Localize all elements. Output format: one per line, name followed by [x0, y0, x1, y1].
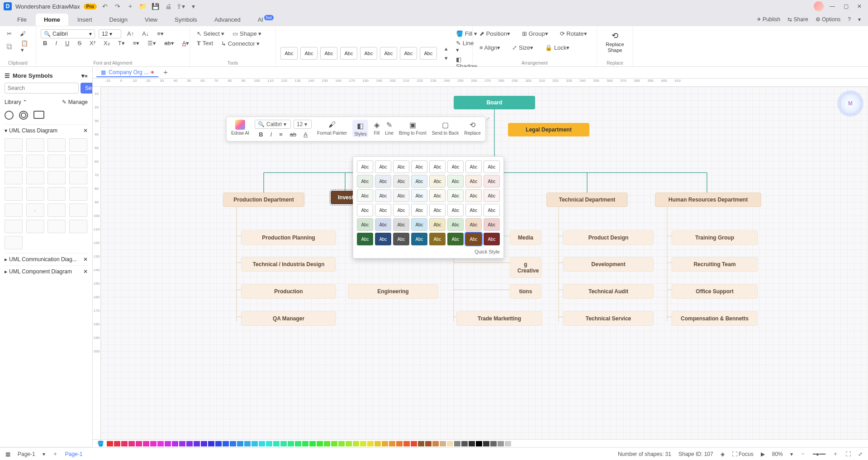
minimize-button[interactable]: —: [827, 3, 837, 9]
position-button[interactable]: ⬈ Position▾: [477, 29, 512, 38]
style-swatch[interactable]: Abc: [400, 47, 417, 60]
quick-style-cell[interactable]: Abc: [411, 204, 427, 216]
lock-button[interactable]: 🔒 Lock▾: [543, 43, 572, 52]
org-node[interactable]: g Creative: [510, 257, 541, 278]
replace-shape-button[interactable]: ⟲ Replace Shape: [602, 29, 628, 55]
quick-style-cell[interactable]: Abc: [375, 204, 391, 216]
color-swatch[interactable]: [208, 441, 214, 446]
color-swatch[interactable]: [186, 441, 193, 446]
color-swatch[interactable]: [461, 441, 468, 446]
color-swatch[interactable]: [512, 441, 518, 446]
open-icon[interactable]: 📁: [138, 2, 147, 11]
quick-style-cell[interactable]: Abc: [429, 233, 446, 245]
group-button[interactable]: ⊞ Group▾: [520, 29, 550, 38]
org-node[interactable]: QA Manager: [241, 311, 336, 326]
quick-style-cell[interactable]: Abc: [447, 175, 464, 188]
share-button[interactable]: ⇆ Share: [787, 16, 808, 23]
quick-style-cell[interactable]: Abc: [375, 175, 391, 188]
float-align-icon[interactable]: ≡: [277, 130, 285, 139]
float-fill-button[interactable]: ◈Fill: [374, 120, 379, 136]
color-swatch[interactable]: [317, 441, 323, 446]
text-tool[interactable]: 𝐓 Text: [194, 38, 215, 48]
quick-style-cell[interactable]: Abc: [429, 189, 446, 202]
symbol-thumb[interactable]: [69, 138, 87, 152]
color-swatch[interactable]: [230, 441, 236, 446]
circle-shape-icon[interactable]: [5, 111, 14, 120]
org-node[interactable]: Training Group: [672, 230, 758, 245]
org-node[interactable]: Technical Service: [563, 311, 654, 326]
color-swatch[interactable]: [396, 441, 403, 446]
color-swatch[interactable]: [280, 441, 287, 446]
float-line-button[interactable]: ✎Line: [385, 120, 394, 136]
quick-style-cell[interactable]: Abc: [484, 233, 500, 245]
style-swatch[interactable]: Abc: [380, 47, 397, 60]
color-swatch[interactable]: [469, 441, 475, 446]
section-uml-comp[interactable]: ▸ UML Component Diagram ✕: [5, 265, 88, 277]
quick-style-cell[interactable]: Abc: [447, 160, 464, 173]
color-swatch[interactable]: [143, 441, 149, 446]
color-swatch[interactable]: [165, 441, 171, 446]
float-font-select[interactable]: 🔍 Calibri ▾: [255, 120, 291, 129]
quick-style-cell[interactable]: Abc: [393, 218, 409, 231]
tab-advanced[interactable]: Advanced: [206, 14, 249, 26]
rect-shape-icon[interactable]: [33, 111, 44, 119]
quick-style-cell[interactable]: Abc: [393, 175, 409, 188]
float-italic-icon[interactable]: I: [268, 130, 275, 139]
rotate-button[interactable]: ⟳ Rotate▾: [558, 29, 589, 38]
color-swatch[interactable]: [440, 441, 446, 446]
style-swatch[interactable]: Abc: [360, 47, 377, 60]
color-swatch[interactable]: [107, 441, 113, 446]
shape-tool[interactable]: ▭ Shape ▾: [230, 29, 264, 38]
publish-button[interactable]: ✈ Publish: [757, 16, 781, 23]
symbol-thumb[interactable]: [69, 203, 87, 217]
symbol-search-input[interactable]: [5, 83, 79, 94]
quick-style-cell[interactable]: Abc: [357, 160, 373, 173]
more-icon[interactable]: ▾: [189, 2, 198, 11]
style-swatch[interactable]: Abc: [420, 47, 437, 60]
symbol-thumb[interactable]: [5, 187, 23, 201]
color-swatch[interactable]: [150, 441, 157, 446]
tab-home[interactable]: Home: [36, 14, 68, 26]
increase-font-icon[interactable]: A↑: [125, 29, 136, 38]
quick-style-cell[interactable]: Abc: [357, 218, 373, 231]
color-swatch[interactable]: [201, 441, 207, 446]
color-swatch[interactable]: [266, 441, 272, 446]
library-link[interactable]: Library ⌃: [5, 99, 27, 105]
color-swatch[interactable]: [505, 441, 511, 446]
float-size-select[interactable]: 12 ▾: [294, 120, 312, 129]
align-button[interactable]: ≡ Align▾: [477, 43, 503, 52]
hamburger-icon[interactable]: ☰: [5, 72, 10, 79]
save-icon[interactable]: 💾: [151, 2, 160, 11]
avatar[interactable]: [814, 1, 824, 11]
color-swatch[interactable]: [389, 441, 395, 446]
symbol-thumb[interactable]: [26, 138, 44, 152]
float-styles-button[interactable]: ◧Styles: [352, 120, 368, 137]
symbol-thumb[interactable]: [5, 236, 23, 249]
symbol-thumb[interactable]: [5, 155, 23, 168]
quick-style-cell[interactable]: Abc: [429, 160, 446, 173]
italic-icon[interactable]: I: [53, 38, 59, 48]
format-brush-icon[interactable]: 🖌: [18, 29, 28, 38]
bring-front-button[interactable]: ▣Bring to Front: [399, 120, 427, 136]
symbol-thumb[interactable]: [5, 203, 23, 217]
color-swatch[interactable]: [172, 441, 178, 446]
symbol-thumb[interactable]: ◇: [26, 203, 44, 217]
color-swatch[interactable]: [338, 441, 345, 446]
quick-style-cell[interactable]: Abc: [375, 189, 391, 202]
color-swatch[interactable]: [309, 441, 316, 446]
tab-insert[interactable]: Insert: [69, 14, 100, 26]
tab-view[interactable]: View: [137, 14, 166, 26]
quick-style-cell[interactable]: Abc: [393, 204, 409, 216]
quick-style-cell[interactable]: Abc: [393, 189, 409, 202]
color-swatch[interactable]: [360, 441, 366, 446]
close-button[interactable]: ✕: [854, 3, 864, 9]
color-swatch[interactable]: [346, 441, 352, 446]
style-swatch[interactable]: Abc: [280, 47, 298, 60]
tab-file[interactable]: File: [9, 14, 35, 26]
cut-icon[interactable]: ✂: [5, 29, 14, 38]
quick-style-cell[interactable]: Abc: [411, 218, 427, 231]
org-node[interactable]: Media: [510, 230, 541, 245]
color-swatch[interactable]: [259, 441, 265, 446]
style-swatch[interactable]: Abc: [320, 47, 337, 60]
quick-style-cell[interactable]: Abc: [411, 189, 427, 202]
